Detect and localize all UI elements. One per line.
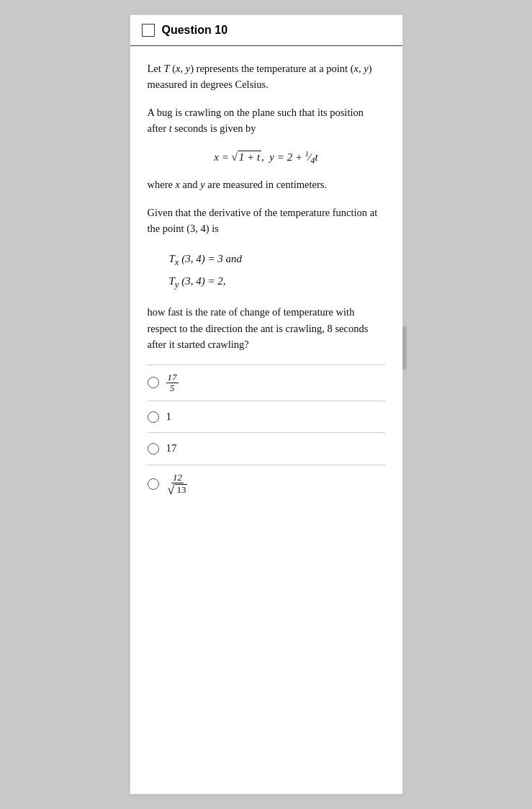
paragraph-intro: Let T (x, y) represents the temperature … — [148, 61, 385, 93]
paragraph-units: where x and y are measured in centimeter… — [148, 176, 385, 192]
math-block-derivatives: Tx (3, 4) = 3 and Ty (3, 4) = 2, — [148, 249, 385, 295]
option-3[interactable]: 17 — [148, 432, 385, 464]
option-1-label: 17 5 — [166, 372, 179, 394]
fraction-12-sqrt13: 12 √ 13 — [166, 473, 189, 497]
question-checkbox[interactable] — [142, 24, 155, 37]
paragraph-question: how fast is the rate of change of temper… — [148, 304, 385, 352]
question-header: Question 10 — [130, 15, 402, 46]
option-4[interactable]: 12 √ 13 — [148, 465, 385, 504]
radio-option-3[interactable] — [148, 443, 159, 455]
intro-text: Let T (x, y) represents the temperature … — [148, 63, 372, 90]
given-text: Given that the derivative of the tempera… — [148, 207, 378, 234]
question-title: Question 10 — [162, 24, 228, 37]
question-body: Let T (x, y) represents the temperature … — [130, 46, 402, 521]
fraction-17-5: 17 5 — [166, 372, 179, 394]
radio-option-1[interactable] — [148, 377, 159, 388]
math-line-1: Tx (3, 4) = 3 and — [169, 249, 385, 272]
radio-option-4[interactable] — [148, 478, 159, 490]
paragraph-bug: A bug is crawling on the plane such that… — [148, 104, 385, 137]
option-2-label: 1 — [166, 408, 172, 425]
option-2[interactable]: 1 — [148, 401, 385, 432]
option-1[interactable]: 17 5 — [148, 365, 385, 401]
page-container: Question 10 Let T (x, y) represents the … — [0, 0, 532, 809]
option-4-label: 12 √ 13 — [166, 473, 189, 497]
radio-option-2[interactable] — [148, 411, 159, 423]
answer-options: 17 5 1 17 12 — [148, 365, 385, 504]
bug-text: A bug is crawling on the plane such that… — [148, 107, 364, 134]
math-line-2: Ty (3, 4) = 2, — [169, 271, 385, 294]
units-text: where x and y are measured in centimeter… — [148, 179, 328, 190]
scroll-indicator — [402, 326, 407, 370]
question-card: Question 10 Let T (x, y) represents the … — [130, 14, 403, 795]
question-text: how fast is the rate of change of temper… — [148, 306, 369, 350]
option-3-label: 17 — [166, 440, 177, 457]
equation-display: x = √1 + t, y = 2 + 1⁄4t — [148, 148, 385, 168]
sqrt-13: √ 13 — [168, 483, 188, 496]
paragraph-given: Given that the derivative of the tempera… — [148, 205, 385, 237]
